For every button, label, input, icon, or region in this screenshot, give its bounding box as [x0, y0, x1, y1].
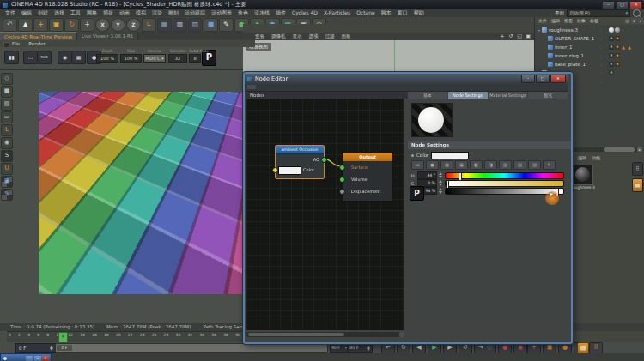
- output-node[interactable]: Output SurfaceVolumeDisplacement: [342, 152, 393, 202]
- viewport-menu-item[interactable]: 摄像机: [271, 33, 286, 40]
- visibility-dots[interactable]: ∶: [600, 79, 609, 84]
- input-port[interactable]: [339, 189, 345, 195]
- tab-基本[interactable]: 基本: [408, 92, 447, 99]
- cycle-mode-button[interactable]: ↻: [397, 342, 410, 354]
- render-settings-icon[interactable]: ▩: [173, 18, 187, 32]
- object-row[interactable]: base_plate_1∶✕◈: [535, 60, 644, 69]
- object-manager-menu-item[interactable]: 文件: [538, 17, 547, 25]
- slider-spinner[interactable]: [439, 188, 443, 194]
- object-manager-tool-icon[interactable]: ◎: [624, 18, 630, 24]
- preview-field-subd-rate[interactable]: Subd Rate8: [189, 48, 201, 63]
- material-thumbnail[interactable]: [573, 165, 593, 185]
- preview-field-size[interactable]: Size100 %: [120, 48, 142, 63]
- record-rotation-button[interactable]: ●: [558, 342, 572, 354]
- menu-item[interactable]: Octane: [356, 9, 375, 17]
- minimize-button[interactable]: –: [602, 1, 615, 9]
- input-port[interactable]: [339, 165, 345, 171]
- timeline-ruler[interactable]: 0246810121416182022242628303234363840 9: [7, 331, 242, 342]
- field-value[interactable]: 32: [168, 54, 187, 63]
- slider-value[interactable]: 44 °: [417, 171, 437, 179]
- tab-material-settings[interactable]: Material Settings: [489, 92, 528, 99]
- preview-menu-item[interactable]: Render: [28, 40, 46, 47]
- workplane-icon[interactable]: ▭: [1, 111, 13, 123]
- preview-field-samples[interactable]: Samples32: [168, 48, 187, 63]
- tab-预览[interactable]: 预览: [528, 92, 568, 99]
- render-view-icon[interactable]: ▦: [157, 18, 172, 32]
- color-wheel-icon[interactable]: ●: [426, 160, 439, 170]
- object-row[interactable]: inner_ring_1∶✕◈: [535, 51, 644, 60]
- object-manager-tool-icon[interactable]: ⌂: [631, 18, 637, 24]
- paint-icon[interactable]: ✎: [1, 189, 13, 201]
- menu-item[interactable]: 运动图形: [211, 9, 232, 17]
- viewport-solo-icon[interactable]: ▣: [1, 176, 13, 188]
- canvas-hscrollbar[interactable]: [246, 332, 404, 337]
- pause-button[interactable]: ▮▮: [4, 51, 19, 64]
- undo-icon[interactable]: ↶: [3, 18, 17, 32]
- slider-track[interactable]: [445, 180, 564, 187]
- color-swatch[interactable]: [431, 152, 469, 159]
- tex2-tag[interactable]: [615, 27, 620, 33]
- browser-panel-icon[interactable]: ⠿: [632, 162, 643, 176]
- node-canvas[interactable]: Ambient Occlusion AO Color Output Surfac…: [246, 99, 404, 330]
- render-queue-icon[interactable]: ▨: [188, 18, 203, 32]
- spline-pen-icon[interactable]: ✎: [219, 18, 234, 32]
- preview-field-device[interactable]: DeviceMulti C ▾: [143, 48, 166, 63]
- search-icon[interactable]: [633, 9, 641, 17]
- object-name[interactable]: OUTER_SHAPE_1: [555, 36, 594, 41]
- object-manager-menu-item[interactable]: 标签: [590, 17, 598, 25]
- scrollbar-right-icon[interactable]: ▸: [637, 147, 642, 152]
- viewport-menu-item[interactable]: 查看: [255, 33, 264, 40]
- move-icon[interactable]: +: [33, 18, 48, 32]
- color-picture-icon[interactable]: ▣: [455, 160, 468, 170]
- goto-start-button[interactable]: ⇤: [381, 342, 395, 354]
- object-manager-tool-icon[interactable]: ▸: [638, 18, 644, 24]
- viewport-menu-item[interactable]: 显示: [293, 33, 302, 40]
- menu-item[interactable]: 帮助: [414, 9, 424, 17]
- parameter-dot-icon[interactable]: [411, 154, 414, 157]
- model-mode-icon[interactable]: ■: [1, 86, 13, 98]
- c4-tag[interactable]: ◈: [615, 36, 620, 41]
- current-frame-field[interactable]: 0 F: [15, 343, 56, 353]
- texture-mode-icon[interactable]: ▨: [1, 99, 13, 111]
- canvas-hscroll-button[interactable]: [399, 332, 404, 337]
- ne-minimize-button[interactable]: –: [521, 75, 535, 83]
- preview-field-zoom[interactable]: Zoom100 %: [96, 48, 118, 63]
- menu-item[interactable]: 角色: [238, 9, 248, 17]
- record-scale-button[interactable]: ▣: [543, 342, 556, 354]
- object-row[interactable]: ▾roughness-3∶: [535, 26, 644, 34]
- power-slider[interactable]: 0 F: [55, 343, 328, 353]
- eyedropper-icon[interactable]: ✎: [543, 160, 556, 170]
- menu-item[interactable]: 文件: [5, 9, 15, 17]
- compact-mode-icon[interactable]: ▭: [411, 160, 424, 170]
- interface-dropdown[interactable]: 启动(用户)▾: [567, 9, 630, 17]
- field-value[interactable]: Multi C ▾: [143, 54, 166, 63]
- color-mixer-icon[interactable]: ▤: [513, 160, 526, 170]
- lock-y-icon[interactable]: Y: [111, 18, 125, 32]
- c4-tag[interactable]: ◈: [615, 62, 620, 67]
- object-row[interactable]: OUTER_SHAPE_1∶✕◈: [535, 34, 644, 43]
- swatches-icon[interactable]: ▧: [528, 160, 541, 170]
- node-editor-menu-button[interactable]: [247, 85, 256, 89]
- x-tag[interactable]: ✕: [609, 45, 614, 50]
- kelvin-mode-icon[interactable]: ▥: [499, 160, 512, 170]
- x-tag[interactable]: ✕: [609, 62, 614, 67]
- visibility-dots[interactable]: ∶: [600, 27, 609, 33]
- ao-color-swatch[interactable]: [278, 166, 301, 175]
- menu-item[interactable]: 雕刻: [168, 9, 179, 17]
- object-name[interactable]: roughness-3: [549, 27, 578, 33]
- x-tag[interactable]: ✕: [609, 36, 614, 41]
- scrollbar-thumb[interactable]: [604, 147, 635, 152]
- make-editable-icon[interactable]: ◇: [1, 73, 13, 85]
- menu-item[interactable]: 捕捉: [103, 9, 113, 17]
- object-manager-menu-item[interactable]: 编辑: [551, 17, 560, 25]
- tab-node-settings[interactable]: Node Settings: [448, 92, 488, 99]
- record-keyframe-button[interactable]: ◎: [483, 342, 496, 354]
- save-button[interactable]: ▦: [71, 51, 86, 64]
- ne-maximize-button[interactable]: ▢: [536, 75, 550, 83]
- rgb-button[interactable]: RGB: [37, 51, 52, 64]
- canvas-hscroll-thumb[interactable]: [248, 333, 344, 336]
- range-start-chip[interactable]: 0 F: [57, 345, 72, 351]
- ao-color-port[interactable]: [272, 167, 278, 173]
- material-menu-item[interactable]: 编辑: [578, 155, 586, 160]
- loop-button[interactable]: ↺: [459, 342, 472, 354]
